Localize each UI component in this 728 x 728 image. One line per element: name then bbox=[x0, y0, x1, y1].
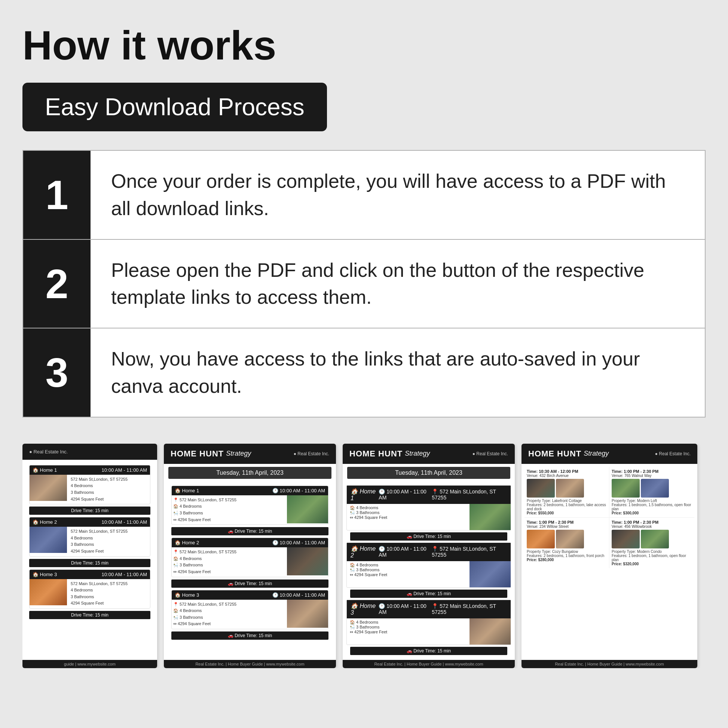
card-4-listing-1-features: Features: 2 bedrooms, 1 bathroom, lake a… bbox=[527, 503, 607, 511]
card-3-home-2-sqft: ⇔ 4294 Square Feet bbox=[350, 572, 465, 577]
card-1-home-2-details: 572 Main St,London, ST 57255 4 Bedrooms … bbox=[69, 527, 129, 556]
card-1-home-2-image bbox=[29, 527, 67, 553]
card-1-home-1-sqft: 4294 Square Feet bbox=[71, 496, 128, 503]
card-4-listing-3-time: Time: 1:00 PM - 2:30 PM bbox=[527, 520, 607, 525]
card-3-home-2-baths: 🛀 3 Bathrooms bbox=[350, 567, 465, 572]
card-4-listing-1-images bbox=[527, 479, 607, 497]
card-3-home-2-address: 📍 572 Main St,London, ST 57255 bbox=[432, 546, 507, 558]
card-2-home-2-time: 🕐 10:00 AM - 11:00 AM bbox=[272, 540, 325, 546]
card-4-listing-3-price: Price: $280,000 bbox=[527, 558, 607, 562]
card-3-home-3: 🏠 Home 3 🕐 10:00 AM - 11:00 AM 📍 572 Mai… bbox=[346, 600, 511, 645]
card-3-home-3-address: 📍 572 Main St,London, ST 57255 bbox=[432, 603, 507, 615]
preview-card-2: HOME HUNT Strategy ● Real Estate Inc. Tu… bbox=[164, 444, 336, 668]
card-2-script-text: Strategy bbox=[226, 450, 251, 457]
preview-card-1: ● Real Estate Inc. 🏠 Home 1 10:00 AM - 1… bbox=[23, 444, 157, 668]
card-1-home-3-baths: 3 Bathrooms bbox=[71, 594, 128, 600]
card-3-home-3-time: 🕐 10:00 AM - 11:00 AM bbox=[379, 603, 432, 615]
card-3-home-1-header: 🏠 Home 1 🕐 10:00 AM - 11:00 AM 📍 572 Mai… bbox=[347, 486, 511, 504]
card-2-home-2-details: 📍 572 Main St,London, ST 57255 🏠 4 Bedro… bbox=[172, 547, 285, 577]
card-2-home-1-details: 📍 572 Main St,London, ST 57255 🏠 4 Bedro… bbox=[172, 495, 285, 525]
card-1-home-1: 🏠 Home 1 10:00 AM - 11:00 AM 572 Main St… bbox=[29, 465, 150, 504]
card-2-home-2-address: 📍 572 Main St,London, ST 57255 bbox=[173, 549, 283, 555]
card-3-title: HOME HUNT Strategy bbox=[349, 449, 430, 459]
page-title: How it works bbox=[23, 23, 705, 68]
card-4-listing-3-venue: Venue: 234 Willow Street bbox=[527, 525, 607, 529]
step-number-1: 1 bbox=[23, 151, 90, 239]
card-4-listing-1-image-1 bbox=[527, 479, 555, 497]
card-3-home-1: 🏠 Home 1 🕐 10:00 AM - 11:00 AM 📍 572 Mai… bbox=[346, 485, 511, 531]
card-2-home-3-address: 📍 572 Main St,London, ST 57255 bbox=[173, 601, 283, 608]
card-1-drive-1: Drive Time: 15 min bbox=[29, 506, 150, 515]
card-3-home-2: 🏠 Home 2 🕐 10:00 AM - 11:00 AM 📍 572 Mai… bbox=[346, 543, 511, 588]
card-4-listing-2-venue: Venue: 765 Walnut Way bbox=[612, 474, 692, 478]
card-4-title: HOME HUNT Strategy bbox=[528, 449, 609, 459]
card-3-home-3-baths: 🛀 3 Bathrooms bbox=[350, 625, 465, 630]
card-4-listing-1: Time: 10:30 AM - 12:00 PM Venue: 432 Bir… bbox=[525, 467, 609, 518]
step-text-3: Now, you have access to the links that a… bbox=[90, 329, 705, 417]
card-1-home-3-image bbox=[29, 579, 67, 605]
card-4-footer: Real Estate Inc. | Home Buyer Guide | ww… bbox=[522, 660, 697, 668]
card-1-home-2: 🏠 Home 2 10:00 AM - 11:00 AM 572 Main St… bbox=[29, 517, 150, 556]
card-3-home-1-label: 🏠 Home 1 bbox=[350, 488, 379, 502]
card-1-home-1-details: 572 Main St,London, ST 57255 4 Bedrooms … bbox=[69, 475, 129, 504]
preview-section: ● Real Estate Inc. 🏠 Home 1 10:00 AM - 1… bbox=[23, 444, 705, 668]
card-2-home-2-beds: 🏠 4 Bedrooms bbox=[173, 555, 283, 562]
card-1-home-1-image bbox=[29, 475, 67, 501]
card-4-listing-1-price: Price: $550,000 bbox=[527, 511, 607, 515]
card-4-header: HOME HUNT Strategy ● Real Estate Inc. bbox=[522, 444, 697, 464]
card-4-listing-1-image-2 bbox=[556, 479, 584, 497]
card-2-home-3-baths: 🛀 3 Bathrooms bbox=[173, 614, 283, 621]
card-3-script-text: Strategy bbox=[405, 450, 430, 457]
card-1-drive-3: Drive Time: 15 min bbox=[29, 611, 150, 619]
card-1-home-2-time: 10:00 AM - 11:00 AM bbox=[102, 519, 147, 525]
card-1-home-1-time: 10:00 AM - 11:00 AM bbox=[102, 467, 147, 473]
card-1-home-3-address: 572 Main St,London, ST 57255 bbox=[71, 581, 128, 587]
card-3-home-1-baths: 🛀 3 Bathrooms bbox=[350, 510, 465, 515]
card-2-home-3-header: 🏠 Home 3 🕐 10:00 AM - 11:00 AM bbox=[172, 590, 328, 600]
card-3-home-2-body: 🏠 4 Bedrooms 🛀 3 Bathrooms ⇔ 4294 Square… bbox=[347, 561, 511, 587]
card-1-header: ● Real Estate Inc. bbox=[23, 444, 157, 460]
card-3-home-3-body: 🏠 4 Bedrooms 🛀 3 Bathrooms ⇔ 4294 Square… bbox=[347, 618, 511, 645]
card-4-title-text: HOME HUNT bbox=[528, 449, 581, 459]
card-2-home-1: 🏠 Home 1 🕐 10:00 AM - 11:00 AM 📍 572 Mai… bbox=[171, 486, 329, 525]
card-4-listing-4-features: Features: 1 bedroom, 1 bathroom, open fl… bbox=[612, 554, 692, 562]
card-4-listing-4: Time: 1:00 PM - 2:30 PM Venue: 456 Willo… bbox=[609, 518, 694, 568]
card-2-date: Tuesday, 11th April, 2023 bbox=[168, 467, 332, 479]
card-4-script-text: Strategy bbox=[584, 450, 609, 457]
card-4-listing-3-image-1 bbox=[527, 530, 555, 548]
card-4-listing-2-type: Property Type: Modern Loft bbox=[612, 499, 692, 503]
card-3-drive-1: 🚗 Drive Time: 15 min bbox=[350, 532, 507, 541]
card-3-title-text: HOME HUNT bbox=[349, 449, 402, 459]
card-2-title: HOME HUNT Strategy bbox=[171, 449, 251, 459]
card-1-drive-2: Drive Time: 15 min bbox=[29, 559, 150, 567]
preview-card-3: HOME HUNT Strategy ● Real Estate Inc. Tu… bbox=[343, 444, 515, 668]
card-3-home-1-sqft: ⇔ 4294 Square Feet bbox=[350, 515, 465, 520]
card-4-listing-3-images bbox=[527, 530, 607, 548]
card-3-home-3-header: 🏠 Home 3 🕐 10:00 AM - 11:00 AM 📍 572 Mai… bbox=[347, 600, 511, 618]
card-2-home-2-sqft: ⇔ 4294 Square Feet bbox=[173, 569, 283, 575]
card-4-listing-4-images bbox=[612, 530, 692, 548]
card-2-header: HOME HUNT Strategy ● Real Estate Inc. bbox=[164, 444, 336, 464]
card-3-home-2-beds: 🏠 4 Bedrooms bbox=[350, 563, 465, 567]
card-1-home-1-beds: 4 Bedrooms bbox=[71, 483, 128, 489]
card-1-home-3-label: 🏠 Home 3 bbox=[32, 572, 57, 577]
card-3-home-3-details: 🏠 4 Bedrooms 🛀 3 Bathrooms ⇔ 4294 Square… bbox=[347, 618, 468, 645]
card-2-home-3-sqft: ⇔ 4294 Square Feet bbox=[173, 621, 283, 627]
card-2-home-2: 🏠 Home 2 🕐 10:00 AM - 11:00 AM 📍 572 Mai… bbox=[171, 538, 329, 577]
preview-card-4: HOME HUNT Strategy ● Real Estate Inc. Ti… bbox=[522, 444, 697, 668]
card-2-home-1-time: 🕐 10:00 AM - 11:00 AM bbox=[272, 488, 325, 494]
card-2-home-3-body: 📍 572 Main St,London, ST 57255 🏠 4 Bedro… bbox=[172, 600, 328, 629]
card-4-listing-2-time: Time: 1:00 PM - 2:30 PM bbox=[612, 469, 692, 474]
card-2-home-3-details: 📍 572 Main St,London, ST 57255 🏠 4 Bedro… bbox=[172, 600, 285, 629]
step-number-3: 3 bbox=[23, 329, 90, 417]
card-2-home-1-baths: 🛀 3 Bathrooms bbox=[173, 510, 283, 517]
card-4-listing-2-image-1 bbox=[612, 479, 640, 497]
card-1-home-2-baths: 3 Bathrooms bbox=[71, 541, 128, 548]
card-1-home-1-label: 🏠 Home 1 bbox=[32, 467, 57, 473]
card-1-home-3-beds: 4 Bedrooms bbox=[71, 587, 128, 594]
card-4-listing-3: Time: 1:00 PM - 2:30 PM Venue: 234 Willo… bbox=[525, 518, 609, 568]
card-4-listing-4-image-1 bbox=[612, 530, 640, 548]
step-row-1: 1 Once your order is complete, you will … bbox=[23, 150, 705, 240]
card-3-home-1-address: 📍 572 Main St,London, ST 57255 bbox=[432, 489, 507, 500]
card-4-listing-4-price: Price: $320,000 bbox=[612, 562, 692, 566]
